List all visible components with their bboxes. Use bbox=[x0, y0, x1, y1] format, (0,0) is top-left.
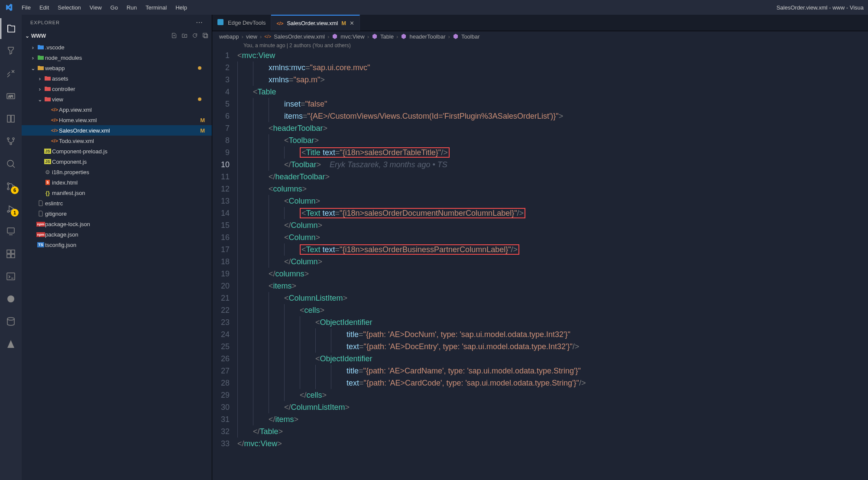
new-folder-icon[interactable] bbox=[181, 32, 188, 40]
tree-item-webapp[interactable]: ⌄webapp bbox=[22, 63, 212, 73]
tree-item-Todo-view-xml[interactable]: </>Todo.view.xml bbox=[22, 136, 212, 146]
menu-edit[interactable]: Edit bbox=[35, 4, 53, 11]
code-line[interactable]: title="{path: 'AE>DocNum', type: 'sap.ui… bbox=[237, 328, 868, 341]
close-icon[interactable]: ✕ bbox=[350, 20, 354, 26]
tree-item-eslintrc[interactable]: eslintrc bbox=[22, 198, 212, 208]
book-activity[interactable] bbox=[0, 108, 21, 129]
code-line[interactable]: </cells> bbox=[237, 389, 868, 401]
refresh-icon[interactable] bbox=[192, 32, 198, 40]
tree-item-node_modules[interactable]: ›node_modules bbox=[22, 52, 212, 63]
tree-item-Home-view-xml[interactable]: </>Home.view.xmlM bbox=[22, 115, 212, 125]
code-line[interactable]: </items> bbox=[237, 413, 868, 425]
azure-activity[interactable] bbox=[0, 334, 21, 354]
breadcrumb-segment[interactable]: SalesOrder.view.xml bbox=[274, 33, 325, 40]
tree-item-assets[interactable]: ›assets bbox=[22, 73, 212, 84]
tree-item-i18n-properties[interactable]: ⚙i18n.properties bbox=[22, 167, 212, 177]
menu-file[interactable]: File bbox=[17, 4, 35, 11]
tree-item-Component-js[interactable]: JSComponent.js bbox=[22, 156, 212, 167]
code-line[interactable]: <Table bbox=[237, 86, 868, 98]
tree-item-view[interactable]: ⌄view bbox=[22, 94, 212, 104]
tree-item-gitignore[interactable]: gitignore bbox=[22, 208, 212, 219]
code-line[interactable]: <Column> bbox=[237, 231, 868, 243]
code-line[interactable]: <ColumnListItem> bbox=[237, 292, 868, 304]
tree-item-manifest-json[interactable]: {}manifest.json bbox=[22, 188, 212, 198]
graph-activity[interactable] bbox=[0, 131, 21, 152]
breadcrumb-segment[interactable]: headerToolbar bbox=[409, 33, 445, 40]
codelens[interactable]: You, a minute ago | 2 authors (You and o… bbox=[212, 42, 868, 49]
search-activity[interactable] bbox=[0, 41, 21, 62]
breadcrumb-segment[interactable]: view bbox=[246, 33, 257, 40]
code-line[interactable]: </Column> bbox=[237, 256, 868, 268]
tools-activity[interactable] bbox=[0, 63, 21, 84]
explorer-activity[interactable] bbox=[0, 18, 21, 39]
code-line[interactable]: <Text text="{i18n>salesOrderBusinessPart… bbox=[237, 243, 868, 256]
terminal-activity[interactable] bbox=[0, 266, 21, 287]
menu-go[interactable]: Go bbox=[106, 4, 122, 11]
breadcrumb-segment[interactable]: webapp bbox=[219, 33, 239, 40]
breadcrumb-segment[interactable]: Toolbar bbox=[461, 33, 480, 40]
extensions-activity[interactable] bbox=[0, 243, 21, 264]
breadcrumb-segment[interactable]: Table bbox=[380, 33, 394, 40]
code-line[interactable]: title="{path: 'AE>CardName', type: 'sap.… bbox=[237, 365, 868, 377]
tree-item-tsconfig-json[interactable]: TStsconfig.json bbox=[22, 240, 212, 250]
tree-item-index-html[interactable]: 5index.html bbox=[22, 177, 212, 188]
debug-activity[interactable]: 1 bbox=[0, 198, 21, 219]
search-icon-activity[interactable] bbox=[0, 153, 21, 174]
code-line[interactable]: <Text text="{i18n>salesOrderDocumentNumb… bbox=[237, 207, 868, 219]
menu-terminal[interactable]: Terminal bbox=[141, 4, 171, 11]
code-line[interactable]: </Table> bbox=[237, 425, 868, 438]
db-activity[interactable] bbox=[0, 311, 21, 332]
ts-icon: TS bbox=[36, 242, 45, 247]
breadcrumb[interactable]: webapp›view›</>SalesOrder.view.xml›mvc:V… bbox=[212, 31, 868, 42]
tab-Edge DevTools[interactable]: Edge DevTools bbox=[212, 15, 271, 31]
code-line[interactable]: xmlns="sap.m"> bbox=[237, 74, 868, 86]
tree-item-Component-preload-js[interactable]: JSComponent-preload.js bbox=[22, 146, 212, 156]
code-line[interactable]: items="{AE>/CustomViews/Views.Custom(Id=… bbox=[237, 110, 868, 122]
code-editor[interactable]: 1<mvc:View2 xmlns:mvc="sap.ui.core.mvc"3… bbox=[212, 49, 868, 450]
code-line[interactable]: inset="false" bbox=[237, 98, 868, 110]
code-line[interactable]: </mvc:View> bbox=[237, 438, 868, 450]
code-line[interactable]: <Title text="{i18n>salesOrderTableTitle}… bbox=[237, 146, 868, 159]
new-file-icon[interactable] bbox=[171, 32, 177, 40]
line-number: 16 bbox=[212, 231, 237, 243]
code-line[interactable]: <items> bbox=[237, 280, 868, 292]
breadcrumb-segment[interactable]: mvc:View bbox=[340, 33, 364, 40]
code-line[interactable]: <headerToolbar> bbox=[237, 122, 868, 134]
code-line[interactable]: </Toolbar>Eryk Taszarek, 3 months ago • … bbox=[237, 159, 868, 171]
menu-selection[interactable]: Selection bbox=[53, 4, 85, 11]
code-line[interactable]: text="{path: 'AE>DocEntry', type: 'sap.u… bbox=[237, 341, 868, 353]
explorer-more-icon[interactable]: ⋯ bbox=[196, 18, 203, 26]
firefox-activity[interactable] bbox=[0, 289, 21, 309]
code-line[interactable]: <Column> bbox=[237, 195, 868, 207]
code-line[interactable]: <columns> bbox=[237, 183, 868, 195]
collapse-icon[interactable] bbox=[202, 32, 208, 40]
tab-SalesOrder-view-xml[interactable]: </>SalesOrder.view.xmlM✕ bbox=[271, 15, 360, 31]
tree-item--vscode[interactable]: ›.vscode bbox=[22, 42, 212, 52]
code-line[interactable]: <ObjectIdentifier bbox=[237, 353, 868, 365]
remote-activity[interactable] bbox=[0, 221, 21, 242]
code-line[interactable]: </ColumnListItem> bbox=[237, 401, 868, 413]
code-line[interactable]: <Toolbar> bbox=[237, 134, 868, 146]
api-activity[interactable]: API bbox=[0, 86, 21, 107]
code-line[interactable]: </Column> bbox=[237, 219, 868, 231]
chevron-down-icon[interactable]: ⌄ bbox=[25, 33, 29, 39]
tree-item-package-lock-json[interactable]: npmpackage-lock.json bbox=[22, 219, 212, 229]
code-line[interactable]: </columns> bbox=[237, 268, 868, 280]
tree-item-package-json[interactable]: npmpackage.json bbox=[22, 229, 212, 240]
code-line[interactable]: <cells> bbox=[237, 304, 868, 316]
menu-run[interactable]: Run bbox=[122, 4, 141, 11]
code-line[interactable]: </headerToolbar> bbox=[237, 171, 868, 183]
tree-item-App-view-xml[interactable]: </>App.view.xml bbox=[22, 104, 212, 115]
code-line[interactable]: text="{path: 'AE>CardCode', type: 'sap.u… bbox=[237, 377, 868, 389]
code-line[interactable]: xmlns:mvc="sap.ui.core.mvc" bbox=[237, 62, 868, 74]
tree-item-controller[interactable]: ›controller bbox=[22, 84, 212, 94]
menu-help[interactable]: Help bbox=[171, 4, 191, 11]
tree-item-SalesOrder-view-xml[interactable]: </>SalesOrder.view.xmlM bbox=[22, 125, 212, 136]
code-line[interactable]: <ObjectIdentifier bbox=[237, 316, 868, 328]
scm-activity[interactable]: 6 bbox=[0, 176, 21, 197]
tree-label: tsconfig.json bbox=[45, 242, 76, 248]
code-line[interactable]: <mvc:View bbox=[237, 49, 868, 62]
workspace-root[interactable]: WWW bbox=[31, 33, 46, 39]
xml-icon: </> bbox=[50, 117, 59, 123]
menu-view[interactable]: View bbox=[85, 4, 106, 11]
